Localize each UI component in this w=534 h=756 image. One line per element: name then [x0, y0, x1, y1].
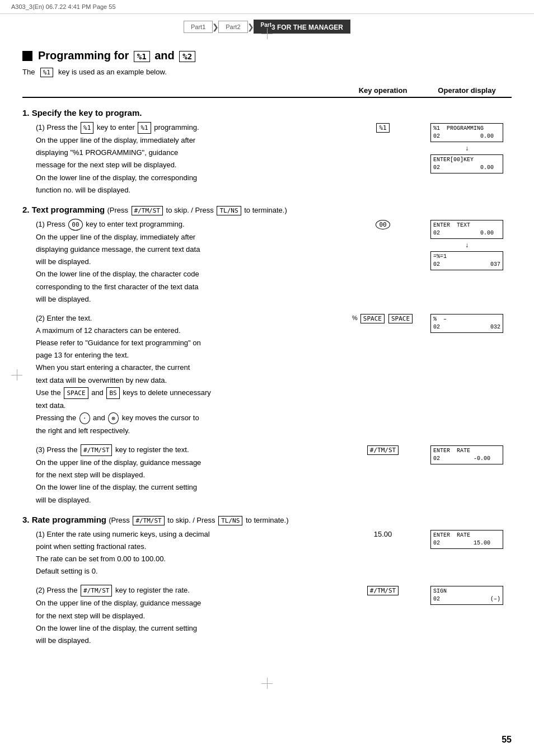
- header-left: A303_3(En) 06.7.22 4:41 PM Page 55: [11, 3, 116, 10]
- key1-box: %1: [134, 51, 150, 62]
- step1-lcd2: ENTER[00]KEY 02 0.00: [430, 154, 503, 173]
- step2-sub1-lcd1: ENTER TEXT 02 0.00: [430, 220, 503, 239]
- step1-lcd-arrow: ↓: [430, 144, 503, 152]
- step2-sub3-tmst-key: #/TM/ST: [367, 445, 399, 455]
- step2-term-key1: TL/NS: [217, 206, 241, 215]
- black-square-icon: [22, 51, 32, 61]
- step2-skip-key1: #/TM/ST: [132, 206, 163, 215]
- step2-sub1-displays: ENTER TEXT 02 0.00 ↓ =%=1 02 037: [422, 219, 512, 270]
- step3-sub2-lcd1: SIGN 02 (–): [430, 586, 503, 605]
- step3-sub2-text: (2) Press the #/TM/ST key to register th…: [22, 585, 344, 647]
- document-header: A303_3(En) 06.7.22 4:41 PM Page 55: [0, 0, 534, 14]
- step1-heading: 1. Specify the key to program.: [22, 108, 512, 118]
- step3-term-key: TL/NS: [218, 516, 242, 525]
- step2-sub2-text: (2) Enter the text. A maximum of 12 char…: [22, 313, 344, 438]
- step2-sub1-00-circle: 00: [376, 220, 390, 229]
- step2-00-key: 00: [68, 219, 82, 231]
- dot-key: ·: [79, 412, 90, 424]
- step1-key2: %1: [138, 122, 151, 134]
- step2-sub1-lcd2: =%=1 02 037: [430, 251, 503, 270]
- space-key1: SPACE: [64, 387, 88, 399]
- step2-sub2-key-op: % SPACE SPACE: [344, 313, 422, 323]
- crosshair-top: [261, 28, 273, 39]
- col-op-display-header: Operator display: [422, 86, 512, 95]
- step2-sub1-lcd-arrow: ↓: [430, 241, 503, 249]
- step3-sub1-text: (1) Enter the rate using numeric keys, u…: [22, 529, 344, 579]
- step3-sub1-displays: ENTER RATE 02 15.00: [422, 529, 512, 549]
- step3-heading: 3. Rate programming (Press #/TM/ST to sk…: [22, 515, 512, 525]
- step3-sub2-row: (2) Press the #/TM/ST key to register th…: [22, 585, 512, 647]
- section-title: Programming for %1 and %2: [22, 49, 512, 62]
- step2-sub1-key-op: 00: [344, 219, 422, 229]
- step2-sub3-row: (3) Press the #/TM/ST key to register th…: [22, 444, 512, 507]
- bs-key: BS: [106, 387, 119, 399]
- step3-sub2-key: #/TM/ST: [81, 585, 112, 597]
- step2-sub1-text: (1) Press 00 key to enter text programmi…: [22, 219, 344, 306]
- step1-displays: %1 PROGRAMMING 02 0.00 ↓ ENTER[00]KEY 02…: [422, 122, 512, 173]
- step3-sub1-lcd1: ENTER RATE 02 15.00: [430, 530, 503, 549]
- key2-box: %2: [179, 51, 195, 62]
- step1-sub1-text: (1) Press the %1 key to enter %1 program…: [22, 122, 344, 197]
- crosshair-left-mid: [11, 369, 22, 381]
- step1-key1: %1: [81, 122, 93, 134]
- step3-sub2-key-op: #/TM/ST: [344, 585, 422, 595]
- step1-key-op: %1: [344, 122, 422, 133]
- step1-lcd1: %1 PROGRAMMING 02 0.00: [430, 123, 503, 142]
- col-left-header: [22, 86, 344, 95]
- step2-sub3-lcd1: ENTER RATE 02 -0.00: [430, 445, 503, 464]
- step1-key-op-key: %1: [376, 123, 389, 133]
- step2-sub1-row: (1) Press 00 key to enter text programmi…: [22, 219, 512, 306]
- step2-sub3-text: (3) Press the #/TM/ST key to register th…: [22, 444, 344, 507]
- main-content: Programming for %1 and %2 The %1 key is …: [0, 34, 534, 665]
- step2-sub2-lcd1: % – 02 032: [430, 314, 503, 333]
- cross-key: ⊗: [108, 412, 119, 424]
- intro-key1: %1: [40, 68, 53, 77]
- step3-sub2-tmst-key: #/TM/ST: [367, 586, 399, 595]
- step3-sub1-row: (1) Enter the rate using numeric keys, u…: [22, 529, 512, 579]
- step3-skip-key: #/TM/ST: [133, 516, 164, 525]
- step2-sub3-key-op: #/TM/ST: [344, 444, 422, 455]
- space-key3: SPACE: [388, 314, 413, 323]
- col-key-op-header: Key operation: [344, 86, 422, 95]
- column-headers: Key operation Operator display: [22, 86, 512, 98]
- part2-tab[interactable]: Part2: [218, 21, 247, 33]
- step2-sub3-key: #/TM/ST: [81, 444, 112, 456]
- step2-sub2-row: (2) Enter the text. A maximum of 12 char…: [22, 313, 512, 438]
- step3-sub1-key-val: 15.00: [374, 530, 392, 538]
- page-number: 55: [502, 735, 512, 745]
- part1-tab[interactable]: Part1: [184, 21, 213, 33]
- step2-sub2-displays: % – 02 032: [422, 313, 512, 333]
- space-key2: SPACE: [360, 314, 385, 323]
- intro-text: The %1 key is used as an example below.: [22, 68, 512, 77]
- step2-sub3-displays: ENTER RATE 02 -0.00: [422, 444, 512, 464]
- crosshair-bottom: [261, 678, 273, 689]
- step3-sub1-key-op: 15.00: [344, 529, 422, 538]
- section-title-text: Programming for %1 and %2: [38, 49, 197, 62]
- step3-sub2-displays: SIGN 02 (–): [422, 585, 512, 605]
- step1-sub1-row: (1) Press the %1 key to enter %1 program…: [22, 122, 512, 197]
- step2-heading: 2. Text programming (Press #/TM/ST to sk…: [22, 205, 512, 215]
